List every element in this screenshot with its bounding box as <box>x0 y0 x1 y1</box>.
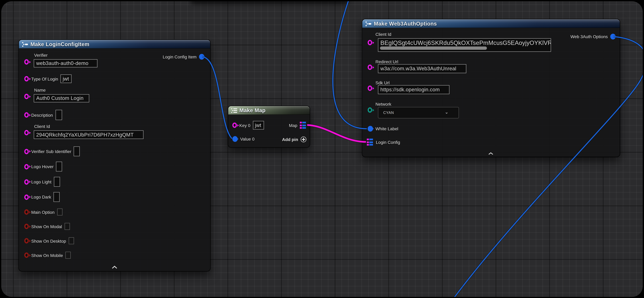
pin-client-id[interactable] <box>368 40 372 45</box>
node-header-make-map[interactable]: Make Map <box>228 106 310 115</box>
client-id-input[interactable]: BEglQSgt4cUWcj6SKRdu5QkOXTsePmMcusG5EAoy… <box>378 38 551 52</box>
name-input[interactable]: Auth0 Custom Login <box>34 94 89 102</box>
add-pin-icon[interactable] <box>301 136 306 142</box>
value0-label: Value 0 <box>240 136 254 142</box>
verifier-sub-identifier-row: Verifier Sub Identifier <box>24 146 80 156</box>
client-id-scrollbar[interactable] <box>380 46 487 50</box>
pin-description[interactable] <box>24 112 29 118</box>
pin-key-0[interactable] <box>232 122 237 128</box>
wire-map-to-loginconfig-outline <box>307 125 366 142</box>
type-of-login-input[interactable]: jwt <box>61 74 72 83</box>
pin-show-on-mobile[interactable] <box>24 252 29 258</box>
chevron-down-icon: ⌄ <box>445 110 448 115</box>
client-id-label: Client Id <box>34 124 50 129</box>
description-input[interactable] <box>55 110 62 120</box>
pin-logo-hover[interactable] <box>24 164 29 169</box>
output-login-config-item: Login Config Item <box>163 54 204 60</box>
pin-sdk-url[interactable] <box>368 86 372 91</box>
key0-input[interactable]: jwt <box>253 121 264 130</box>
show-on-modal-label: Show On Modal <box>31 224 62 229</box>
output-web3auth-options: Web 3Auth Options <box>570 34 616 40</box>
logo-dark-input[interactable] <box>54 192 60 202</box>
pin-client-id[interactable] <box>24 130 29 135</box>
network-label: Network <box>376 102 391 106</box>
collapse-chevron-icon[interactable] <box>488 152 494 155</box>
node-title: Make Map <box>240 108 266 114</box>
pin-verifier-sub-identifier[interactable] <box>24 149 29 154</box>
description-label: Description <box>31 112 53 118</box>
node-title: Make LoginConfigItem <box>30 41 89 48</box>
key0-label: Key 0 <box>240 123 250 128</box>
blueprint-stage: Make LoginConfigItem Login Config Item V… <box>0 0 644 298</box>
output-pin-label: Web 3Auth Options <box>570 34 608 39</box>
main-option-label: Main Option <box>31 210 54 214</box>
sdk-url-label: Sdk Url <box>376 80 390 85</box>
show-on-mobile-row: Show On Mobile <box>24 252 71 259</box>
network-selected-value: CYAN <box>383 111 394 115</box>
login-config-label: Login Config <box>376 140 400 145</box>
wire-top-to-whitelabel[interactable] <box>333 1 367 129</box>
main-option-row: Main Option <box>24 208 62 216</box>
output-pin-label: Login Config Item <box>163 54 196 59</box>
sdk-url-input[interactable]: https://sdk.openlogin.com <box>378 85 450 94</box>
add-pin-row[interactable]: Add pin <box>282 136 306 142</box>
wire-map-to-loginconfig[interactable] <box>307 125 366 142</box>
pin-main-option[interactable] <box>24 209 29 214</box>
offscreen-node-shadow <box>190 1 349 4</box>
white-label-label: White Label <box>376 126 398 131</box>
pin-login-config[interactable] <box>367 138 374 146</box>
main-option-checkbox[interactable] <box>57 208 62 216</box>
pin-show-on-desktop[interactable] <box>24 238 29 244</box>
pin-logo-dark[interactable] <box>24 194 29 200</box>
pin-show-on-modal[interactable] <box>24 224 29 229</box>
key0-row: Key 0 jwt <box>232 121 264 130</box>
verifier-input[interactable]: web3auth-auth0-demo <box>34 59 98 68</box>
map-output-label: Map <box>289 123 297 128</box>
pin-name[interactable] <box>24 94 29 99</box>
show-on-mobile-checkbox[interactable] <box>66 252 71 259</box>
network-dropdown[interactable]: CYAN ⌄ <box>378 107 459 118</box>
collapse-chevron-icon[interactable] <box>112 266 118 269</box>
show-on-modal-row: Show On Modal <box>24 223 70 230</box>
add-pin-label: Add pin <box>282 137 298 142</box>
show-on-mobile-label: Show On Mobile <box>31 253 63 258</box>
logo-hover-row: Logo Hover <box>24 162 62 172</box>
show-on-desktop-checkbox[interactable] <box>68 237 74 244</box>
pin-network[interactable] <box>368 108 372 113</box>
node-make-web3authoptions[interactable]: Make Web3AuthOptions Web 3Auth Options C… <box>362 19 620 157</box>
node-header-make-loginconfigitem[interactable]: Make LoginConfigItem <box>19 40 210 48</box>
node-make-map[interactable]: Make Map Key 0 jwt Map Value 0 Add pin <box>228 106 310 147</box>
pin-type-of-login[interactable] <box>24 76 29 81</box>
login-config-row: Login Config <box>367 138 400 146</box>
pin-white-label[interactable] <box>368 126 373 132</box>
output-pin-map[interactable] <box>300 122 306 129</box>
pin-redirect-url[interactable] <box>368 64 372 70</box>
node-header-make-web3authoptions[interactable]: Make Web3AuthOptions <box>362 19 620 28</box>
logo-dark-row: Logo Dark <box>24 192 60 202</box>
logo-light-input[interactable] <box>54 177 60 187</box>
graph-canvas[interactable]: Make LoginConfigItem Login Config Item V… <box>1 1 643 297</box>
output-pin-web3auth-options[interactable] <box>610 34 616 40</box>
type-of-login-row: Type Of Login jwt <box>24 74 72 83</box>
description-row: Description <box>24 110 62 120</box>
node-make-loginconfigitem[interactable]: Make LoginConfigItem Login Config Item V… <box>19 40 210 271</box>
redirect-url-label: Redirect Url <box>376 59 398 64</box>
output-pin-login-config-item[interactable] <box>199 54 204 60</box>
name-label: Name <box>34 88 46 92</box>
make-struct-icon <box>365 21 372 26</box>
verifier-sub-identifier-input[interactable] <box>74 146 80 156</box>
client-id-input[interactable]: 294QRkchfq2YaXUbPri7D6PH7xzHgQMT <box>34 130 144 139</box>
wire-top-to-whitelabel-outline <box>333 1 367 129</box>
value0-row: Value 0 <box>232 136 254 142</box>
pin-logo-light[interactable] <box>24 179 29 184</box>
show-on-modal-checkbox[interactable] <box>64 223 70 230</box>
redirect-url-input[interactable]: w3a://com.w3a.Web3AuthUnreal <box>378 64 466 73</box>
logo-hover-input[interactable] <box>56 162 62 172</box>
make-map-icon <box>231 108 237 113</box>
pin-value-0[interactable] <box>232 136 238 142</box>
logo-hover-label: Logo Hover <box>31 164 54 169</box>
pin-verifier[interactable] <box>24 59 29 64</box>
logo-light-label: Logo Light <box>31 179 52 184</box>
white-label-row: White Label <box>368 126 398 132</box>
client-id-value: BEglQSgt4cUWcj6SKRdu5QkOXTsePmMcusG5EAoy… <box>380 40 551 46</box>
